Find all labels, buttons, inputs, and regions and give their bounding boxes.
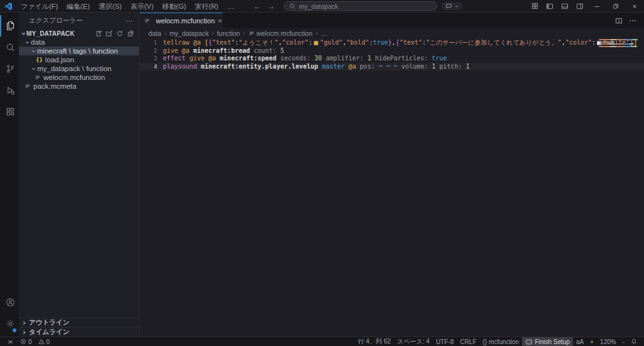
status-zoom-out[interactable]: - xyxy=(619,337,628,346)
activitybar-settings[interactable] xyxy=(0,313,19,334)
status-label: 120% xyxy=(600,338,616,345)
editor-more-icon[interactable] xyxy=(629,17,636,25)
nav-forward-button[interactable]: → xyxy=(267,2,275,11)
status-problems-errors[interactable]: 0 xyxy=(17,337,35,346)
tree-item-label: data xyxy=(31,38,45,46)
menu-item[interactable]: ファイル(F) xyxy=(16,0,62,13)
status-font-size[interactable]: aA xyxy=(573,337,587,346)
explorer-more-icon[interactable] xyxy=(126,18,133,25)
new-folder-icon[interactable] xyxy=(106,30,113,37)
tree-item[interactable]: data xyxy=(19,38,139,47)
token-num: 1 xyxy=(367,55,375,62)
menu-item[interactable]: 表示(V) xyxy=(126,0,158,13)
activitybar-source-control[interactable] xyxy=(0,58,19,79)
error-icon xyxy=(20,338,26,345)
chevron-right-icon xyxy=(21,330,27,335)
tree-item-label: pack.mcmeta xyxy=(33,82,76,90)
token-pun: : xyxy=(309,39,313,46)
token-tilde: ~ ~ ~ xyxy=(379,63,401,70)
status-encoding[interactable]: UTF-8 xyxy=(433,337,457,346)
breadcrumb-label: function xyxy=(217,30,240,37)
token-param: seconds: xyxy=(280,55,314,62)
status-zoom-in[interactable]: + xyxy=(587,337,597,346)
chevron-down-icon xyxy=(454,4,459,9)
status-language-mode[interactable]: {} mcfunction xyxy=(480,337,523,346)
token-param: pitch: xyxy=(440,63,466,70)
token-param: hideParticles: xyxy=(375,55,431,62)
tree-item[interactable]: pack.mcmeta xyxy=(19,82,139,91)
section-アウトライン[interactable]: アウトライン xyxy=(19,318,139,327)
settings-icon xyxy=(6,319,15,328)
toggle-sidebar-icon[interactable] xyxy=(542,0,557,13)
file-icon xyxy=(25,83,31,89)
code-line[interactable]: 2give @a minecraft:bread count: 5 xyxy=(140,47,644,55)
activitybar-run-debug[interactable] xyxy=(0,79,19,101)
status-remote[interactable] xyxy=(4,337,17,346)
breadcrumb-item[interactable]: … xyxy=(321,30,328,37)
status-cursor-position[interactable]: 行 4、列 62 xyxy=(355,337,394,346)
tab-welocm-mcfunction[interactable]: welocm.mcfunction × xyxy=(140,13,223,28)
breadcrumb-item[interactable]: welocm.mcfunction xyxy=(248,30,313,37)
vscode-logo-icon[interactable] xyxy=(0,2,16,11)
tree-item[interactable]: minecraft \ tags \ function xyxy=(19,47,139,55)
menu-item[interactable]: 選択(S) xyxy=(94,0,126,13)
token-res: minecraft:entity.player.levelup xyxy=(201,63,322,70)
tab-close-icon[interactable]: × xyxy=(218,17,222,25)
collapse-all-icon[interactable] xyxy=(127,30,134,37)
minimap[interactable] xyxy=(599,39,639,47)
breadcrumb-item[interactable]: my_datapack xyxy=(169,30,208,37)
breadcrumb-item[interactable]: function xyxy=(217,30,240,37)
status-indentation[interactable]: スペース: 4 xyxy=(394,337,433,346)
chevron-down-icon xyxy=(21,31,26,36)
activitybar-search[interactable] xyxy=(0,36,19,58)
code-line[interactable]: 3effect give @a minecraft:speed seconds:… xyxy=(140,55,644,63)
status-copilot-finish-setup[interactable]: Finish Setup xyxy=(522,337,573,346)
refresh-icon[interactable] xyxy=(116,30,123,37)
activitybar-accounts[interactable] xyxy=(0,291,19,313)
close-button[interactable]: × xyxy=(625,0,644,13)
json-file-icon: {} xyxy=(36,57,43,63)
accounts-icon xyxy=(6,298,15,307)
token-kw: true xyxy=(373,39,388,46)
status-zoom-level[interactable]: 120% xyxy=(597,337,619,346)
minimize-button[interactable]: ─ xyxy=(587,0,606,13)
status-problems-warnings[interactable]: 0 xyxy=(35,337,53,346)
menu-item[interactable]: 編集(E) xyxy=(62,0,94,13)
customize-layout-icon[interactable] xyxy=(527,0,542,13)
menu-item[interactable]: 移動(G) xyxy=(158,0,191,13)
menu-item[interactable]: 実行(R) xyxy=(191,0,223,13)
status-eol[interactable]: CRLF xyxy=(457,337,479,346)
split-editor-icon[interactable] xyxy=(615,17,623,25)
toggle-panel-icon[interactable] xyxy=(557,0,572,13)
activitybar-extensions[interactable] xyxy=(0,101,19,122)
editor-code-area[interactable]: 1tellraw @a [{"text":"ようこそ！","color":"go… xyxy=(140,38,644,337)
section-label: アウトライン xyxy=(29,318,69,327)
tree-item[interactable]: {}load.json xyxy=(19,55,139,64)
status-notifications[interactable] xyxy=(628,337,640,346)
section-タイムライン[interactable]: タイムライン xyxy=(19,327,139,337)
search-icon xyxy=(289,3,296,9)
toggle-secondary-sidebar-icon[interactable] xyxy=(572,0,587,13)
status-label: aA xyxy=(576,338,584,345)
tab-bar: welocm.mcfunction × xyxy=(140,13,644,28)
run-debug-icon xyxy=(6,86,15,95)
breadcrumb-item[interactable]: data xyxy=(148,30,161,37)
menu-item[interactable]: … xyxy=(223,0,238,13)
command-center-search[interactable]: my_datapack xyxy=(284,1,437,11)
explorer-title: エクスプローラー xyxy=(29,16,82,25)
copilot-chat-button[interactable] xyxy=(442,2,462,10)
tree-item[interactable]: welocm.mcfunction xyxy=(19,73,139,82)
token-cmd: give xyxy=(189,55,208,62)
code-line[interactable]: 1tellraw @a [{"text":"ようこそ！","color":"go… xyxy=(140,39,644,47)
tree-item[interactable]: my_datapack \ function xyxy=(19,64,139,73)
code-text: effect give @a minecraft:speed seconds: … xyxy=(163,55,447,63)
restore-button[interactable] xyxy=(606,0,625,13)
nav-back-button[interactable]: ← xyxy=(253,2,261,11)
activitybar-explorer[interactable] xyxy=(0,15,19,36)
code-line[interactable]: 4playsound minecraft:entity.player.level… xyxy=(140,63,644,71)
status-label: CRLF xyxy=(460,338,476,345)
token-param: amplifier: xyxy=(326,55,367,62)
new-file-icon[interactable] xyxy=(95,30,102,37)
color-swatch[interactable] xyxy=(314,41,318,45)
workspace-section-header[interactable]: MY_DATAPACK xyxy=(19,29,139,38)
